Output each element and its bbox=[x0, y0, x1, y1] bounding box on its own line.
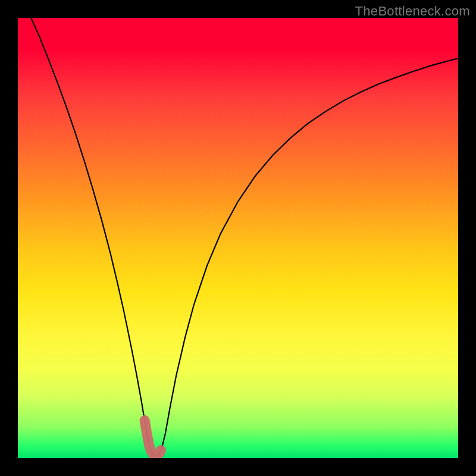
highlight-path bbox=[145, 420, 161, 455]
attribution-text: TheBottleneck.com bbox=[355, 4, 470, 19]
plot-area bbox=[18, 18, 458, 458]
curve-svg bbox=[18, 18, 458, 458]
chart-frame: TheBottleneck.com bbox=[0, 0, 476, 476]
curve-path bbox=[31, 18, 458, 456]
